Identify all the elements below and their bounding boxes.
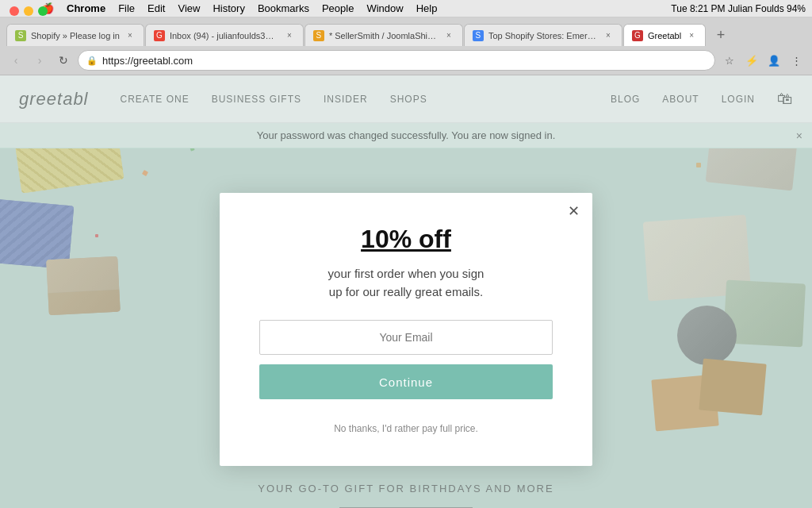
tab-title-5: Greetabl bbox=[648, 31, 681, 40]
tab-close-1[interactable]: × bbox=[124, 30, 136, 41]
edit-menu[interactable]: Edit bbox=[147, 2, 165, 14]
tab-favicon-3: S bbox=[313, 30, 324, 41]
extensions-button[interactable]: ⚡ bbox=[742, 51, 761, 70]
tab-favicon-1: S bbox=[15, 30, 26, 41]
help-menu[interactable]: Help bbox=[416, 2, 438, 14]
modal-close-button[interactable]: ✕ bbox=[568, 202, 580, 220]
mac-menubar: 🍎 Chrome File Edit View History Bookmark… bbox=[0, 0, 812, 17]
forward-button[interactable]: › bbox=[30, 51, 49, 70]
continue-button[interactable]: Continue bbox=[259, 364, 553, 399]
chrome-menu[interactable]: Chrome bbox=[67, 2, 105, 14]
modal-overlay: ✕ 10% off your first order when you sign… bbox=[0, 75, 812, 508]
maximize-window-button[interactable] bbox=[38, 6, 48, 16]
modal-subtitle: your first order when you sign up for ou… bbox=[259, 265, 553, 301]
tab-4[interactable]: S Top Shopify Stores: Emerg... × bbox=[464, 24, 622, 46]
tab-title-2: Inbox (94) - julianfoulds3@... bbox=[170, 31, 279, 40]
discount-modal: ✕ 10% off your first order when you sign… bbox=[220, 193, 592, 466]
tab-title-3: * SellerSmith / JoomlaShine... bbox=[329, 31, 439, 40]
view-menu[interactable]: View bbox=[178, 2, 200, 14]
modal-subtitle-line1: your first order when you sign bbox=[328, 267, 485, 280]
new-tab-button[interactable]: + bbox=[710, 24, 732, 46]
window-controls[interactable] bbox=[10, 6, 48, 16]
tab-1[interactable]: S Shopify » Please log in × bbox=[6, 24, 144, 46]
email-input[interactable] bbox=[259, 320, 553, 355]
modal-title: 10% off bbox=[259, 225, 553, 254]
tab-close-2[interactable]: × bbox=[284, 30, 295, 41]
tab-close-3[interactable]: × bbox=[443, 30, 454, 41]
tab-title-1: Shopify » Please log in bbox=[31, 31, 120, 40]
tab-close-4[interactable]: × bbox=[603, 30, 614, 41]
tab-favicon-2: G bbox=[154, 30, 165, 41]
decline-link[interactable]: No thanks, I'd rather pay full price. bbox=[259, 423, 553, 434]
back-button[interactable]: ‹ bbox=[6, 51, 25, 70]
website-content: greetabl CREATE ONE BUSINESS GIFTS INSID… bbox=[0, 75, 812, 508]
tab-bar: S Shopify » Please log in × G Inbox (94)… bbox=[0, 17, 812, 46]
history-menu[interactable]: History bbox=[213, 2, 244, 14]
url-bar[interactable]: 🔒 https://greetabl.com bbox=[78, 50, 715, 71]
tab-2[interactable]: G Inbox (94) - julianfoulds3@... × bbox=[145, 24, 304, 46]
menubar-right: Tue 8:21 PM Julian Foulds 94% bbox=[671, 3, 806, 14]
profile-button[interactable]: 👤 bbox=[764, 51, 783, 70]
tab-3[interactable]: S * SellerSmith / JoomlaShine... × bbox=[304, 24, 463, 46]
tab-close-5[interactable]: × bbox=[686, 30, 697, 41]
people-menu[interactable]: People bbox=[322, 2, 354, 14]
bookmarks-menu[interactable]: Bookmarks bbox=[258, 2, 309, 14]
close-window-button[interactable] bbox=[10, 6, 19, 16]
tab-favicon-5: G bbox=[632, 30, 643, 41]
browser-actions: ☆ ⚡ 👤 ⋮ bbox=[720, 51, 806, 70]
address-bar: ‹ › ↻ 🔒 https://greetabl.com ☆ ⚡ 👤 ⋮ bbox=[0, 46, 812, 75]
menu-button[interactable]: ⋮ bbox=[787, 51, 806, 70]
window-menu[interactable]: Window bbox=[366, 2, 403, 14]
reload-button[interactable]: ↻ bbox=[54, 51, 73, 70]
tab-favicon-4: S bbox=[473, 30, 484, 41]
modal-subtitle-line2: up for our really great emails. bbox=[329, 285, 483, 298]
bookmark-button[interactable]: ☆ bbox=[720, 51, 739, 70]
browser-chrome: S Shopify » Please log in × G Inbox (94)… bbox=[0, 17, 812, 75]
tab-title-4: Top Shopify Stores: Emerg... bbox=[488, 31, 598, 40]
file-menu[interactable]: File bbox=[118, 2, 135, 14]
tab-5-active[interactable]: G Greetabl × bbox=[623, 24, 706, 46]
minimize-window-button[interactable] bbox=[24, 6, 33, 16]
url-text: https://greetabl.com bbox=[102, 55, 707, 67]
secure-icon: 🔒 bbox=[86, 56, 98, 66]
